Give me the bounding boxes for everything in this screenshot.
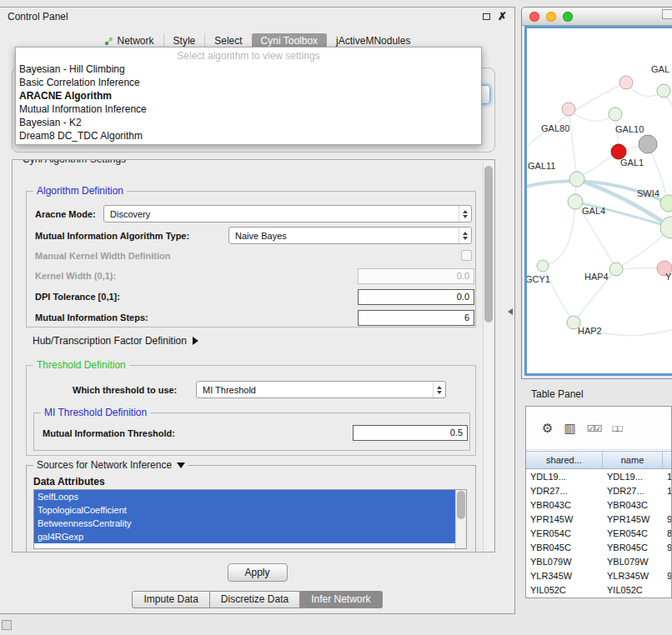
- table-row[interactable]: YBR045C YBR045C 9.: [526, 541, 672, 555]
- hub-definition-toggle[interactable]: Hub/Transcription Factor Definition: [33, 335, 198, 347]
- sources-label: Sources for Network Inference: [37, 459, 172, 471]
- aracne-mode-combobox[interactable]: Discovery: [103, 205, 472, 222]
- network-nodes[interactable]: [537, 76, 672, 329]
- select-all-icon[interactable]: ☑☑: [587, 421, 602, 436]
- attribute-item[interactable]: TopologicalCoefficient: [34, 503, 455, 517]
- table-cell: YLR345W: [526, 569, 603, 583]
- table-cell: YPR145W: [526, 512, 603, 527]
- apply-button[interactable]: Apply: [228, 563, 288, 582]
- network-node[interactable]: [562, 102, 575, 116]
- minimize-button[interactable]: [546, 12, 556, 22]
- splitter-collapse-icon[interactable]: [508, 308, 513, 315]
- network-canvas[interactable]: GAL80 GAL10 GAL11 GAL1 SWI4 GAL4 GCY1 HA…: [524, 26, 672, 376]
- sources-toggle[interactable]: Sources for Network Inference: [33, 459, 188, 471]
- tab-discretize-data[interactable]: Discretize Data: [210, 591, 300, 608]
- network-node[interactable]: [569, 172, 584, 187]
- network-node[interactable]: [537, 260, 549, 272]
- columns-icon[interactable]: ▥: [564, 421, 575, 436]
- network-icon: [104, 37, 113, 46]
- node-label: GAL4: [582, 206, 605, 216]
- settings-scrollbar[interactable]: [483, 161, 494, 551]
- aracne-mode-value: Discovery: [110, 209, 150, 219]
- attribute-item[interactable]: SelfLoops: [34, 490, 455, 503]
- manual-kernel-width-checkbox[interactable]: [461, 250, 472, 261]
- table-cell: 9.: [663, 569, 672, 583]
- table-cell: [663, 555, 672, 569]
- table-panel-title: Table Panel: [531, 388, 584, 400]
- table-row[interactable]: YDL19... YDL19... 13: [526, 470, 672, 484]
- tab-infer-network[interactable]: Infer Network: [300, 591, 382, 608]
- network-node[interactable]: [660, 195, 672, 212]
- attributes-scrollbar[interactable]: [455, 490, 466, 548]
- table-cell: YDL19...: [526, 470, 603, 484]
- network-node[interactable]: [609, 262, 623, 276]
- algorithm-option[interactable]: Mutual Information Inference: [16, 102, 481, 116]
- mi-steps-input[interactable]: 6: [358, 310, 474, 326]
- table-cell: YIL052C: [603, 583, 663, 598]
- table-row[interactable]: YPR145W YPR145W 9.: [526, 512, 672, 527]
- table-cell: YBL079W: [526, 555, 603, 569]
- table-row[interactable]: YDR27... YDR27... 12: [526, 484, 672, 498]
- table-cell: YLR345W: [603, 569, 663, 583]
- algorithm-option[interactable]: Bayesian - K2: [16, 116, 481, 129]
- tab-impute-data[interactable]: Impute Data: [132, 591, 209, 608]
- attribute-item[interactable]: gal4RGexp: [34, 530, 455, 543]
- mi-steps-label: Mutual Information Steps:: [35, 312, 148, 322]
- algorithm-option[interactable]: Dream8 DC_TDC Algorithm: [16, 129, 481, 142]
- algorithm-option[interactable]: Basic Correlation Inference: [16, 76, 481, 89]
- table-row[interactable]: YBR043C YBR043C: [526, 498, 672, 512]
- table-cell: YDR27...: [603, 484, 663, 498]
- settings-group-title: Cyni Algorithm Settings: [19, 159, 129, 165]
- column-header-name[interactable]: name: [603, 452, 663, 468]
- close-button[interactable]: [529, 12, 539, 22]
- which-threshold-combobox[interactable]: MI Threshold: [196, 381, 446, 398]
- network-node[interactable]: [657, 84, 670, 98]
- algorithm-option[interactable]: Bayesian - Hill Climbing: [16, 62, 481, 76]
- algorithm-placeholder: Select algorithm to view settings: [16, 49, 481, 62]
- zoom-button[interactable]: [563, 12, 573, 22]
- table-cell: [663, 583, 672, 598]
- network-node[interactable]: [568, 194, 583, 209]
- attribute-item[interactable]: BetweennessCentrality: [34, 517, 455, 530]
- threshold-definition-group: Threshold Definition Which threshold to …: [26, 365, 476, 456]
- table-cell: YDR27...: [526, 484, 603, 498]
- algorithm-option-selected[interactable]: ARACNE Algorithm: [16, 89, 481, 102]
- node-label: GAL1: [620, 158, 644, 168]
- mi-threshold-input[interactable]: 0.5: [353, 425, 468, 441]
- float-window-icon[interactable]: [483, 13, 490, 20]
- table-row[interactable]: YBL079W YBL079W: [526, 555, 672, 569]
- table-row[interactable]: YER054C YER054C 8.: [526, 527, 672, 541]
- table-toolbar: ⚙ ▥ ☑☑ □□: [526, 407, 671, 450]
- cyni-algorithm-settings-group: Cyni Algorithm Settings Algorithm Defini…: [12, 159, 495, 552]
- tab-label: Network: [118, 35, 154, 47]
- table-cell: 12: [663, 484, 672, 498]
- scrollbar-thumb[interactable]: [484, 166, 493, 322]
- node-label: GAL10: [615, 124, 644, 134]
- kernel-width-input[interactable]: 0.0: [358, 268, 474, 284]
- network-node[interactable]: [639, 135, 657, 153]
- scrollbar-thumb[interactable]: [457, 491, 465, 519]
- node-label: GAL80: [541, 123, 569, 133]
- clear-all-icon[interactable]: □□: [612, 421, 621, 436]
- close-icon[interactable]: ✗: [498, 12, 507, 22]
- network-node[interactable]: [619, 76, 633, 89]
- table-row[interactable]: YIL052C YIL052C: [526, 583, 672, 598]
- table-cell: 9.: [663, 541, 672, 555]
- mi-algorithm-type-combobox[interactable]: Naive Bayes: [228, 227, 472, 244]
- hub-definition-label: Hub/Transcription Factor Definition: [33, 335, 187, 347]
- table-row[interactable]: YLR345W YLR345W 9.: [526, 569, 672, 583]
- node-label: GAL: [651, 64, 669, 74]
- network-scroll-box[interactable]: [662, 9, 672, 19]
- network-view-window: GAL80 GAL10 GAL11 GAL1 SWI4 GAL4 GCY1 HA…: [521, 7, 672, 379]
- column-header-shared-name[interactable]: shared...: [526, 452, 603, 468]
- table-cell: YBR043C: [603, 498, 663, 512]
- panel-dock-icon[interactable]: [2, 620, 12, 630]
- kernel-width-label: Kernel Width (0,1):: [35, 271, 116, 281]
- dpi-tolerance-input[interactable]: 0.0: [358, 289, 474, 305]
- gear-icon[interactable]: ⚙: [542, 421, 553, 436]
- tab-label: Cyni Toolbox: [261, 35, 318, 47]
- network-node[interactable]: [609, 108, 622, 121]
- table-cell: YER054C: [526, 527, 603, 541]
- column-header[interactable]: [663, 452, 672, 468]
- combo-stepper-icon: [433, 382, 445, 398]
